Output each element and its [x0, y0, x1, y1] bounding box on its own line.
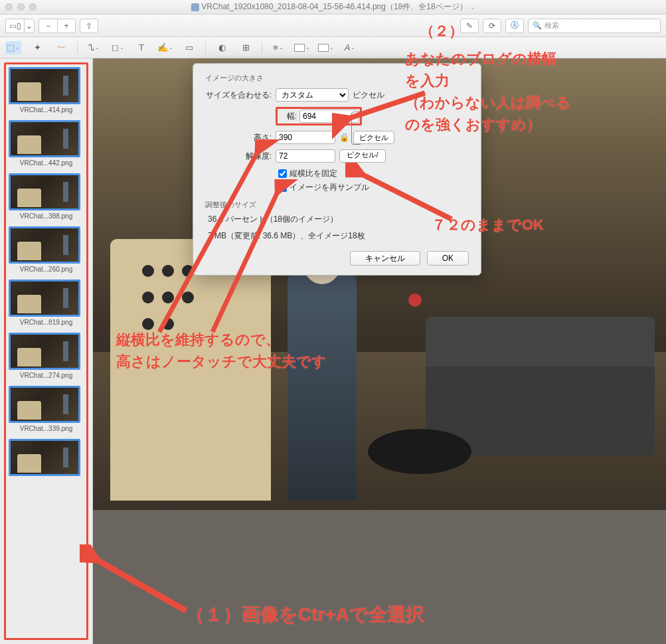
width-highlight-box: 幅:	[276, 107, 362, 125]
rotate-button[interactable]: ⟳	[483, 19, 501, 33]
highlight-button[interactable]: ✎	[460, 19, 479, 33]
view-dropdown[interactable]: ⌄	[24, 19, 35, 33]
height-input[interactable]	[276, 131, 335, 144]
lasso-tool[interactable]: 〰	[53, 41, 69, 54]
titlebar: VRChat_1920x1080_2018-08-04_15-56-46.414…	[0, 0, 666, 15]
zoom-window[interactable]	[29, 3, 37, 11]
height-label: 高さ:	[205, 132, 272, 143]
share-button[interactable]: ⇪	[80, 19, 98, 33]
resample-label: イメージを再サンプル	[290, 182, 369, 193]
thumbnail-item[interactable]: VRChat...339.png	[9, 386, 84, 432]
line-style-tool[interactable]: ≡⌄	[270, 41, 286, 54]
window-title-text: VRChat_1920x1080_2018-08-04_15-56-46.414…	[201, 1, 467, 13]
zoom-out-button[interactable]: −	[39, 19, 57, 33]
text-tool[interactable]: T	[133, 41, 149, 54]
sketch-tool[interactable]: ᔐ⌄	[86, 41, 102, 54]
thumbnail-item[interactable]: VRChat...274.png	[9, 333, 84, 379]
resolution-unit-button[interactable]: ピクセル/インチ	[339, 149, 386, 163]
resolution-label: 解像度:	[205, 151, 272, 162]
chevron-down-icon[interactable]: ⌄	[470, 4, 475, 11]
search-input[interactable]: 🔍 検索	[528, 19, 661, 33]
shapes-tool[interactable]: ◻⌄	[110, 41, 125, 54]
zoom-in-button[interactable]: +	[57, 19, 76, 33]
minimize-window[interactable]	[17, 3, 25, 11]
percent-info: 36.1 パーセント（18個のイメージ）	[205, 214, 469, 225]
size-info: 7 MB（変更前: 36.6 MB）、全イメージ18枚	[205, 230, 469, 242]
width-text: 幅:	[278, 111, 297, 122]
width-input[interactable]	[299, 110, 359, 123]
lock-aspect-label: 縦横比を固定	[290, 168, 337, 179]
window-controls	[5, 3, 37, 11]
window-title: VRChat_1920x1080_2018-08-04_15-56-46.414…	[191, 1, 475, 13]
markup-toolbar: ⬚⌄ ✦ 〰 ᔐ⌄ ◻⌄ T ✍⌄ ▭ ◐ ⊞ ≡⌄ ⌄ ⌄ A⌄	[0, 37, 666, 58]
resolution-input[interactable]	[276, 149, 335, 163]
resize-dialog: イメージの大きさ サイズを合わせる: カスタム ピクセル 幅: 高さ: 🔒 ピク…	[193, 63, 481, 276]
text-style-tool[interactable]: A⌄	[342, 41, 358, 54]
note-tool[interactable]: ▭	[181, 41, 197, 54]
dialog-section2-label: 調整後のサイズ	[205, 200, 469, 210]
resample-checkbox[interactable]	[278, 183, 287, 192]
thumbnail-item[interactable]: VRChat...260.png	[9, 226, 84, 273]
selection-tool[interactable]: ⬚⌄	[5, 41, 21, 54]
document-icon	[191, 3, 199, 11]
search-placeholder: 検索	[544, 21, 559, 31]
fit-label: サイズを合わせる:	[205, 90, 272, 101]
cancel-button[interactable]: キャンセル	[350, 251, 420, 266]
border-color-tool[interactable]: ⌄	[294, 41, 310, 54]
close-window[interactable]	[5, 3, 13, 11]
adjust-size-tool[interactable]: ⊞	[238, 41, 254, 54]
view-mode-group: ▭▯ ⌄	[5, 19, 35, 33]
fit-select[interactable]: カスタム	[276, 88, 349, 102]
main-toolbar: ▭▯ ⌄ − + ⇪ ✎ ⟳ Ⓐ 🔍 検索	[0, 15, 666, 37]
thumbnail-item[interactable]: VRChat...388.png	[9, 173, 84, 220]
thumbnail-sidebar: VRChat...414.png VRChat...442.png VRChat…	[0, 58, 93, 644]
dialog-section-label: イメージの大きさ	[205, 73, 469, 83]
ok-button[interactable]: OK	[427, 251, 469, 266]
dimension-bracket	[351, 112, 361, 145]
adjust-color-tool[interactable]: ◐	[214, 41, 230, 54]
thumbnail-item[interactable]: VRChat...414.png	[9, 67, 84, 114]
search-icon: 🔍	[533, 21, 542, 30]
lock-icon[interactable]: 🔒	[339, 133, 349, 142]
markup-button[interactable]: Ⓐ	[505, 19, 524, 33]
thumbnail-item[interactable]	[9, 439, 84, 478]
fit-unit: ピクセル	[353, 90, 384, 101]
thumbnail-selection-box: VRChat...414.png VRChat...442.png VRChat…	[4, 62, 88, 640]
instant-alpha-tool[interactable]: ✦	[29, 41, 45, 54]
thumbnail-item[interactable]: VRChat...442.png	[9, 120, 84, 167]
lock-aspect-checkbox[interactable]	[278, 169, 287, 178]
thumbnail-item[interactable]: VRChat...819.png	[9, 280, 84, 326]
sign-tool[interactable]: ✍⌄	[157, 41, 173, 54]
fill-color-tool[interactable]: ⌄	[318, 41, 334, 54]
sidebar-toggle[interactable]: ▭▯	[5, 19, 24, 33]
